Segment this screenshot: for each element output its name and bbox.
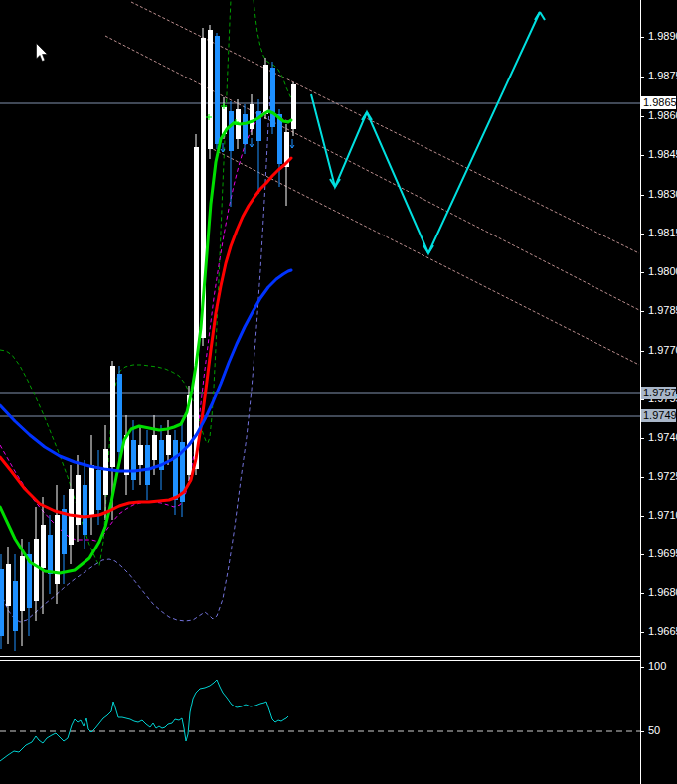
- price-level-badge: 1.9865: [641, 96, 676, 109]
- candle-body: [131, 440, 136, 480]
- price-tick: [640, 311, 644, 312]
- candle-body: [0, 569, 4, 636]
- price-tick: [640, 399, 644, 400]
- price-tick: [640, 234, 644, 235]
- candle-body: [138, 445, 143, 465]
- candle-body: [103, 449, 108, 495]
- candle-body: [110, 366, 115, 467]
- price-tick: [640, 593, 644, 594]
- candle-body: [215, 36, 220, 144]
- price-tick: [640, 351, 644, 352]
- candle-body: [263, 65, 268, 114]
- price-tick-label: 1.9680: [648, 586, 677, 598]
- oscillator-line: [0, 680, 288, 761]
- price-tick-label: 1.9800: [648, 265, 677, 277]
- candle-body: [208, 30, 213, 149]
- price-tick: [640, 116, 644, 117]
- candle-body: [13, 581, 18, 631]
- price-tick: [640, 554, 644, 555]
- candle-body: [89, 465, 94, 515]
- price-tick-label: 1.9710: [648, 509, 677, 521]
- price-tick-label: 1.9725: [648, 470, 677, 482]
- price-tick-label: 1.9830: [648, 188, 677, 200]
- price-level-badge: 1.9749: [641, 409, 676, 422]
- candle-body: [117, 374, 122, 452]
- price-tick-label: 1.9845: [648, 148, 677, 160]
- main-price-chart[interactable]: [0, 0, 640, 655]
- candle-body: [250, 104, 254, 129]
- zigzag-projection: [311, 12, 540, 253]
- candle-body: [243, 114, 248, 144]
- candle-body: [194, 147, 199, 469]
- price-tick-label: 1.9890: [648, 30, 677, 42]
- price-tick: [640, 37, 644, 38]
- price-tick-label: 1.9785: [648, 304, 677, 316]
- indicator-scale-label: 50: [648, 724, 660, 736]
- price-tick: [640, 155, 644, 156]
- price-tick: [640, 77, 644, 78]
- candle-body: [48, 535, 53, 574]
- channel-trendline: [131, 2, 639, 253]
- indicator-tick: [640, 731, 644, 732]
- price-tick-label: 1.9665: [648, 625, 677, 637]
- candle-body: [173, 440, 178, 500]
- candle-body: [291, 84, 296, 129]
- price-tick: [640, 272, 644, 273]
- price-tick: [640, 477, 644, 478]
- zigzag-arrowhead-icon: [540, 12, 545, 20]
- candle-body: [6, 564, 11, 606]
- price-tick: [640, 632, 644, 633]
- candle-body: [41, 525, 46, 568]
- price-tick-label: 1.9740: [648, 431, 677, 443]
- channel-trendline: [209, 147, 639, 365]
- indicator-scale-label: 100: [648, 660, 666, 672]
- channel-trendline: [105, 36, 639, 310]
- oscillator-pane[interactable]: [0, 655, 640, 784]
- candle-body: [62, 509, 67, 554]
- price-tick-label: 1.9770: [648, 344, 677, 356]
- candle-body: [20, 556, 25, 611]
- candle-body: [83, 485, 87, 535]
- price-tick: [640, 438, 644, 439]
- candle-body: [166, 435, 171, 455]
- price-tick-label: 1.9875: [648, 70, 677, 81]
- price-tick-label: 1.9860: [648, 109, 677, 121]
- candle-body: [229, 111, 234, 151]
- candle-body: [34, 539, 39, 601]
- candle-body: [152, 435, 157, 460]
- indicator-tick: [640, 667, 644, 668]
- price-tick-label: 1.9815: [648, 227, 677, 238]
- trading-chart-window: { "colors": { "background": "#000000", "…: [0, 0, 677, 784]
- ma-slow-blue: [0, 270, 291, 471]
- mouse-cursor-icon: [36, 43, 50, 63]
- candle-body: [69, 489, 74, 545]
- candle-body: [145, 445, 150, 485]
- price-level-badge: 1.9757: [641, 387, 676, 399]
- price-tick: [640, 195, 644, 196]
- price-axis[interactable]: 1.98901.98751.98601.98451.98301.98151.98…: [640, 0, 677, 784]
- candle-body: [96, 470, 101, 510]
- price-tick: [640, 516, 644, 517]
- candle-body: [270, 68, 275, 127]
- price-tick-label: 1.9695: [648, 548, 677, 559]
